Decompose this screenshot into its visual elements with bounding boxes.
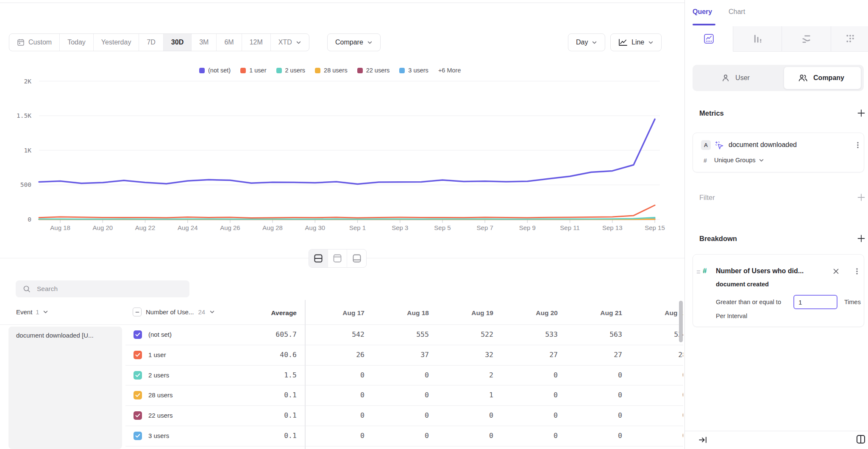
add-filter-button[interactable] — [857, 193, 866, 202]
times-label: Times — [844, 299, 861, 305]
date-column-header[interactable]: Aug 19 — [442, 309, 493, 317]
series-checkbox[interactable] — [134, 330, 142, 339]
cell-value: 534 — [632, 330, 683, 338]
metric-card[interactable]: A document downloaded # Unique Groups — [693, 133, 864, 172]
measure-label: Unique Groups — [714, 157, 756, 164]
per-interval-label: Per Interval — [716, 313, 747, 319]
chevron-down-icon — [43, 309, 48, 315]
tab-query[interactable]: Query — [693, 8, 712, 16]
chart-type-bar-chart[interactable] — [733, 26, 782, 52]
cell-value: 28 — [632, 351, 683, 359]
series-checkbox[interactable] — [134, 351, 142, 359]
chart-type-line-chart[interactable] — [685, 26, 733, 52]
cell-value: 0 — [503, 411, 558, 419]
series-count: 24 — [198, 308, 205, 316]
add-breakdown-button[interactable] — [857, 234, 866, 243]
cell-value: 522 — [438, 330, 493, 338]
line-chart-icon — [703, 33, 715, 44]
breakdown-title: Number of Users who did... — [716, 267, 804, 275]
user-icon — [721, 73, 730, 83]
breakdown-card[interactable]: # Number of Users who did... document cr… — [693, 254, 864, 327]
date-column-header[interactable]: Aug 17 — [314, 309, 364, 317]
scope-user-label: User — [735, 74, 750, 82]
average-value: 605.7 — [242, 330, 297, 338]
tab-chart[interactable]: Chart — [729, 8, 745, 16]
select-all-checkbox[interactable] — [133, 308, 142, 316]
cell-value: 0 — [567, 432, 622, 440]
breakdown-condition: Greater than or equal to — [716, 299, 781, 305]
chart-type-stream-chart[interactable] — [782, 26, 831, 52]
date-column-header[interactable]: Aug 20 — [507, 309, 558, 317]
cell-value: 32 — [438, 351, 493, 359]
main-content: CustomTodayYesterday7D30D3M6M12MXTD Comp… — [0, 0, 684, 449]
metric-event-name: document downloaded — [729, 141, 797, 149]
cell-value: 37 — [374, 351, 429, 359]
column-divider — [305, 300, 306, 449]
date-column-header[interactable]: Aug 22 — [636, 309, 683, 317]
kebab-menu-icon[interactable] — [854, 267, 860, 277]
cell-value: 0 — [632, 371, 683, 379]
times-value: 1 — [798, 299, 802, 306]
row-divider — [125, 345, 683, 345]
date-column-header[interactable]: Aug 18 — [378, 309, 429, 317]
cell-value: 542 — [309, 330, 364, 338]
cell-value: 0 — [503, 391, 558, 399]
cell-value: 27 — [567, 351, 622, 359]
average-column-header[interactable]: Average — [242, 309, 297, 317]
bar-chart-icon — [752, 33, 763, 44]
active-tab-indicator — [693, 24, 715, 25]
close-icon[interactable] — [832, 268, 840, 275]
row-divider — [125, 405, 683, 406]
drag-handle-icon[interactable] — [696, 269, 701, 275]
series-checkbox[interactable] — [134, 432, 142, 440]
average-value: 40.6 — [242, 351, 297, 359]
cell-value: 533 — [503, 330, 558, 338]
metrics-heading: Metrics — [699, 109, 724, 117]
series-label: (not set) — [148, 331, 172, 338]
measure-dropdown[interactable]: Unique Groups — [714, 157, 764, 164]
vertical-scrollbar[interactable] — [679, 301, 683, 342]
cell-value: 0 — [503, 371, 558, 379]
average-value: 0.1 — [242, 432, 297, 440]
cell-value: 0 — [632, 432, 683, 440]
chevron-down-icon — [759, 158, 764, 163]
stream-chart-icon — [801, 33, 812, 44]
cell-value: 0 — [374, 371, 429, 379]
cell-value: 0 — [438, 432, 493, 440]
series-checkbox[interactable] — [134, 411, 142, 420]
kebab-menu-icon[interactable] — [854, 141, 861, 151]
event-header-label: Event — [16, 308, 32, 316]
series-label: 22 users — [148, 412, 173, 419]
scope-option-company[interactable]: Company — [778, 65, 864, 91]
measure-hash: # — [704, 157, 707, 164]
row-divider — [125, 446, 683, 446]
average-value: 1.5 — [242, 371, 297, 379]
scope-option-user[interactable]: User — [693, 65, 778, 91]
chart-type-selector — [685, 26, 868, 52]
cell-value: 0 — [567, 391, 622, 399]
series-column-header[interactable]: Number of Use...24 — [133, 308, 215, 316]
times-value-input[interactable]: 1 — [793, 295, 837, 309]
chart-type-matrix-chart[interactable] — [831, 26, 868, 52]
event-column-header[interactable]: Event1 — [16, 308, 48, 316]
cell-value: 0 — [374, 411, 429, 419]
cell-value: 0 — [438, 411, 493, 419]
collapse-panel-icon[interactable] — [698, 435, 708, 445]
row-divider — [125, 385, 683, 385]
cell-value: 27 — [503, 351, 558, 359]
series-checkbox[interactable] — [134, 371, 142, 380]
date-column-header[interactable]: Aug 21 — [571, 309, 622, 317]
breakdown-heading: Breakdown — [699, 235, 737, 243]
cell-value: 0 — [632, 391, 683, 399]
cell-value: 0 — [632, 411, 683, 419]
cell-value: 555 — [374, 330, 429, 338]
average-value: 0.1 — [242, 411, 297, 419]
breakdown-hash-icon: # — [703, 267, 707, 275]
event-list-item[interactable]: document downloaded [U... — [8, 327, 122, 449]
add-metric-button[interactable] — [857, 108, 866, 118]
split-view-icon[interactable] — [855, 433, 867, 445]
cell-value: 0 — [309, 371, 364, 379]
matrix-chart-icon — [844, 33, 856, 44]
series-checkbox[interactable] — [134, 391, 142, 399]
cell-value: 26 — [309, 351, 364, 359]
